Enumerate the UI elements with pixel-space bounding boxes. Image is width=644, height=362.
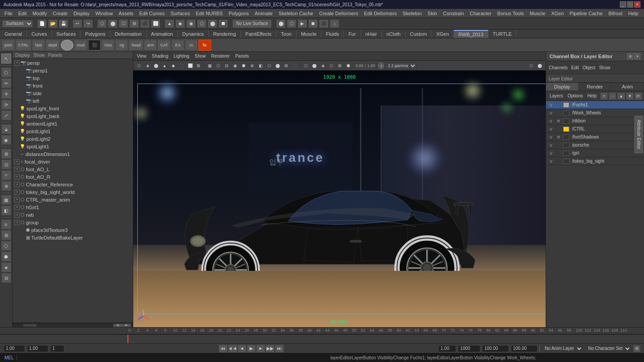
outliner-item[interactable]: 💡spotLight_back xyxy=(13,112,133,120)
next-key-button[interactable]: ▶▶ xyxy=(266,345,275,353)
scale-tool-button[interactable]: ⤢ xyxy=(1,110,11,120)
tb-btn-12[interactable]: 🔲 xyxy=(218,19,228,28)
vp-tb-11[interactable]: ◉ xyxy=(231,62,239,70)
tool-13[interactable]: ◈ xyxy=(1,262,11,272)
cb-show-menu[interactable]: Show xyxy=(599,65,610,70)
menu-bifrost[interactable]: Bifrost xyxy=(606,10,625,17)
vp-tb-2[interactable]: ◈ xyxy=(144,62,152,70)
menu-edit-nurbs[interactable]: Edit NURBS xyxy=(193,10,226,17)
vp-tb-21[interactable]: ◈ xyxy=(319,62,327,70)
menu-skeleton[interactable]: Skeleton xyxy=(400,10,424,17)
universal-manip-button[interactable]: ⬙ xyxy=(1,124,11,134)
outliner-scroll-area[interactable]: +📷persp📷persp1📷top📷front📷side📷left💡spotL… xyxy=(13,59,133,323)
shelf-tab-ncloth[interactable]: nCloth xyxy=(382,30,406,38)
menu-display[interactable]: Display xyxy=(71,10,92,17)
show-manip-button[interactable]: ⊞ xyxy=(1,149,11,159)
command-input[interactable] xyxy=(19,355,330,360)
vp-tb-16[interactable]: ⬤ xyxy=(274,62,282,70)
menu-create[interactable]: Create xyxy=(50,10,70,17)
vp-tb-10[interactable]: ⬡ xyxy=(214,62,222,70)
tb-btn-11[interactable]: ⬤ xyxy=(208,19,217,28)
tb-btn-4[interactable]: ⚙ xyxy=(129,19,139,28)
menu-character[interactable]: Character xyxy=(467,10,494,17)
tb-btn-render1[interactable]: ⬤ xyxy=(276,19,286,28)
layer-layers-menu[interactable]: Layers xyxy=(548,93,565,98)
play-forward-button[interactable]: ▶ xyxy=(247,345,256,353)
outliner-item[interactable]: 💡spotLight_front xyxy=(13,105,133,112)
vp-tb-8[interactable]: ⊞ xyxy=(195,62,203,70)
layer-tab-render[interactable]: Render xyxy=(579,83,611,91)
layer-row[interactable]: VR/ribbon xyxy=(546,117,644,125)
menu-pipeline-cache[interactable]: Pipeline Cache xyxy=(567,10,606,17)
playback-end-input[interactable] xyxy=(513,346,535,351)
menu-constrain[interactable]: Constrain xyxy=(440,10,466,17)
layer-reference-button[interactable]: R xyxy=(555,135,562,139)
vp-tb-20[interactable]: ⬤ xyxy=(310,62,318,70)
vp-tb-4[interactable]: ▲ xyxy=(161,62,169,70)
shelf-fast-button[interactable]: fast xyxy=(32,40,45,51)
layer-visibility-button[interactable]: V xyxy=(548,151,554,156)
snap-curve-button[interactable]: ⌗ xyxy=(1,170,11,180)
tb-btn-7[interactable]: ▲ xyxy=(165,19,174,28)
outliner-item[interactable]: 💡spotLight1 xyxy=(13,143,133,150)
menu-xgen[interactable]: XGen xyxy=(548,10,566,17)
vp-tb-24[interactable]: ⬢ xyxy=(344,62,352,70)
outliner-item[interactable]: ▦TurtleDefaultBakeLayer xyxy=(13,234,133,241)
outliner-item[interactable]: +⬡group xyxy=(13,219,133,226)
layer-down-button[interactable]: ▼ xyxy=(626,93,634,100)
select-tool-button[interactable]: ↖ xyxy=(1,54,11,63)
shelf-tab-general[interactable]: General xyxy=(0,30,27,38)
layer-options-menu[interactable]: Options xyxy=(566,93,585,98)
tb-btn-render4[interactable]: ⏹ xyxy=(308,19,318,28)
layer-tab-display[interactable]: Display xyxy=(546,83,579,91)
bottom-settings-button[interactable]: ⚙ xyxy=(633,345,640,352)
shelf-tab-polygons[interactable]: Polygons xyxy=(80,30,110,38)
new-file-button[interactable]: 📄 xyxy=(37,19,47,28)
outliner-expand-button[interactable]: + xyxy=(14,167,20,172)
menu-edit-deformers[interactable]: Edit Deformers xyxy=(361,10,399,17)
layer-row[interactable]: V/tokey_big_sight xyxy=(546,157,644,165)
menu-skin[interactable]: Skin xyxy=(425,10,440,17)
vp-tb-6[interactable]: ⬛ xyxy=(178,62,186,70)
outliner-item[interactable]: +📷persp xyxy=(13,59,133,67)
shelf-ea-button[interactable]: EA xyxy=(172,40,184,51)
paint-tool-button[interactable]: ✏ xyxy=(1,78,11,88)
outliner-item[interactable]: +○focal_driver xyxy=(13,158,133,165)
vp-tb-3[interactable]: ⬤ xyxy=(152,62,160,70)
layer-tab-anim[interactable]: Anim xyxy=(611,83,644,91)
outliner-expand-button[interactable]: + xyxy=(14,220,20,225)
shelf-tab-rendering[interactable]: Rendering xyxy=(209,30,241,38)
move-tool-button[interactable]: ✛ xyxy=(1,89,11,99)
shelf-tab-turtle[interactable]: TURTLE xyxy=(488,30,517,38)
tb-btn-6[interactable]: ⬜ xyxy=(151,19,161,28)
vp-menu-view[interactable]: View xyxy=(135,54,148,59)
tb-btn-10[interactable]: ⬡ xyxy=(197,19,207,28)
vp-tb-extra2[interactable]: ⬤ xyxy=(536,62,544,70)
layer-row[interactable]: V/CTRL xyxy=(546,125,644,133)
shelf-arm-button[interactable]: arm xyxy=(144,40,157,51)
menu-skeleton-cache[interactable]: Skeleton Cache xyxy=(276,10,316,17)
vp-menu-renderer[interactable]: Renderer xyxy=(209,54,232,59)
shelf-tab-muscle[interactable]: Muscle xyxy=(297,30,322,38)
outliner-item[interactable]: +⬡CTRL_master_anim xyxy=(13,196,133,203)
menu-help[interactable]: Help xyxy=(626,10,641,17)
current-time-2-input[interactable] xyxy=(484,346,507,351)
frame-input[interactable] xyxy=(52,346,62,351)
shelf-head-button[interactable]: head xyxy=(129,40,143,51)
outliner-scroll-left[interactable]: ◄ xyxy=(113,324,122,327)
playback-time-input[interactable] xyxy=(441,346,454,351)
outliner-expand-button[interactable]: + xyxy=(14,212,20,218)
vp-menu-show[interactable]: Show xyxy=(193,54,208,59)
render-button[interactable]: ▦ xyxy=(1,195,11,205)
shelf-tab-fluids[interactable]: Fluids xyxy=(322,30,344,38)
outliner-item[interactable]: +⬡rwb xyxy=(13,211,133,219)
layer-row[interactable]: V/Work_Wheels xyxy=(546,109,644,117)
menu-bonus-tools[interactable]: Bonus Tools xyxy=(495,10,527,17)
menu-window[interactable]: Window xyxy=(93,10,115,17)
outliner-hscroll[interactable]: ◄ ► xyxy=(13,323,133,327)
outliner-hscroll-thumb[interactable] xyxy=(23,324,37,327)
rotate-tool-button[interactable]: ⟳ xyxy=(1,100,11,109)
current-time-input[interactable] xyxy=(6,346,23,351)
layer-visibility-button[interactable]: V xyxy=(548,127,554,131)
layer-visibility-button[interactable]: V xyxy=(548,159,554,164)
